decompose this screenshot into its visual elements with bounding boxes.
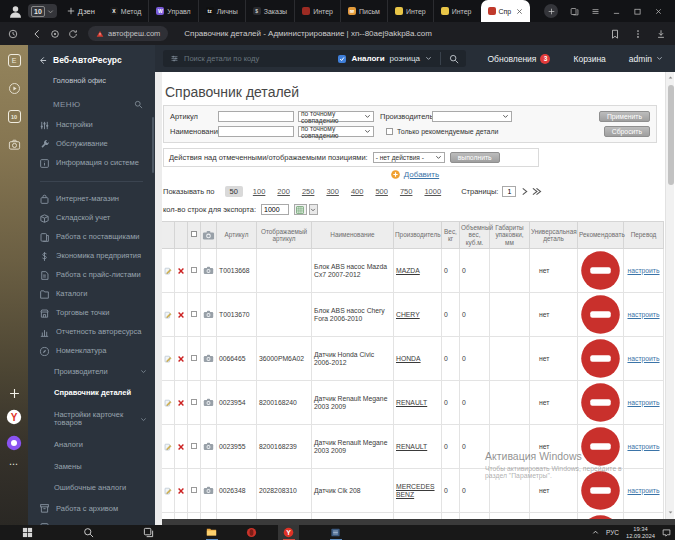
sidebar-item-active[interactable]: Справочник деталей [28, 383, 155, 405]
photo-icon[interactable] [203, 398, 214, 407]
search-input[interactable] [184, 54, 333, 63]
url-bar[interactable]: автофреш.com [88, 26, 168, 41]
delete-icon[interactable] [177, 487, 185, 495]
export-count-input[interactable] [261, 204, 289, 215]
manufacturer-link[interactable]: MAZDA [396, 267, 420, 274]
manufacturer-link[interactable]: CHERY [396, 311, 420, 318]
sidebar-item[interactable]: Интернет-магазин [28, 190, 155, 209]
page-size-selected[interactable]: 50 [225, 186, 243, 197]
red-browser-icon[interactable] [246, 527, 257, 538]
site-mode-icon[interactable] [50, 29, 60, 39]
not-recommended-icon[interactable] [580, 470, 621, 511]
sidebar-item[interactable]: Экспортные функции [28, 518, 155, 525]
photo-icon[interactable] [203, 354, 214, 363]
row-checkbox[interactable] [191, 487, 197, 493]
row-photo-cell[interactable] [201, 381, 217, 425]
translate-configure-link[interactable]: настроить [627, 399, 659, 406]
export-excel-button[interactable] [294, 204, 307, 215]
app-window-icon[interactable] [330, 527, 341, 538]
notifications-icon[interactable] [662, 528, 671, 537]
recommended-checkbox[interactable] [386, 128, 393, 135]
app-brand[interactable]: Веб-АвтоРесурс [28, 55, 155, 65]
not-recommended-icon[interactable] [580, 250, 621, 291]
row-edit-cell[interactable] [162, 469, 175, 513]
office-name[interactable]: Головной офис [53, 76, 155, 85]
delete-icon[interactable] [177, 443, 185, 451]
user-menu[interactable]: admin [629, 54, 663, 64]
manufacturer-link[interactable]: MERCEDES BENZ [396, 483, 435, 497]
analogs-checkbox[interactable] [338, 55, 346, 63]
downloads-icon[interactable] [656, 29, 666, 39]
row-select-cell[interactable] [188, 469, 201, 513]
select-all-header[interactable] [188, 222, 201, 249]
tray-expand-icon[interactable] [592, 529, 599, 536]
manufacturer-link[interactable]: RENAULT [396, 443, 427, 450]
page-size-link[interactable]: 750 [400, 187, 413, 196]
translate-configure-link[interactable]: настроить [627, 267, 659, 274]
sidebar-item[interactable]: Отчетность авторесурса [28, 323, 155, 342]
page-size-link[interactable]: 1000 [424, 187, 441, 196]
manufacturer-select[interactable] [432, 111, 512, 122]
cart-button[interactable]: Корзина [573, 54, 605, 64]
browser-tab[interactable]: ✉Письм [340, 0, 387, 22]
row-edit-cell[interactable] [162, 425, 175, 469]
delete-icon[interactable] [177, 399, 185, 407]
sidebar-item[interactable]: Замены [28, 456, 155, 478]
apply-button[interactable]: Применить [599, 111, 650, 122]
reset-button[interactable]: Сбросить [604, 126, 650, 137]
clock[interactable]: 19:34 12.09.2024 [626, 526, 655, 540]
translate-configure-link[interactable]: настроить [627, 311, 659, 318]
zen-new-tab-button[interactable]: Дзен [67, 7, 95, 16]
back-icon[interactable] [32, 29, 42, 39]
search-icon[interactable] [83, 527, 94, 538]
not-recommended-icon[interactable] [580, 426, 621, 467]
row-photo-cell[interactable] [201, 337, 217, 381]
more-options-icon[interactable] [633, 29, 643, 39]
more-dots-icon[interactable]: ⋯ [9, 461, 19, 467]
yandex-browser-icon[interactable]: Y [6, 409, 22, 425]
sidebar-item[interactable]: Работа с архивом [28, 499, 155, 518]
translate-configure-link[interactable]: настроить [627, 487, 659, 494]
start-icon[interactable] [22, 527, 33, 538]
delete-icon[interactable] [177, 311, 185, 319]
photo-icon[interactable] [203, 266, 214, 275]
row-select-cell[interactable] [188, 425, 201, 469]
search-submit-icon[interactable] [449, 54, 459, 64]
scroll-up-icon[interactable] [668, 75, 673, 80]
search-filter-icon[interactable] [170, 54, 179, 63]
page-size-link[interactable]: 250 [302, 187, 315, 196]
close-window-icon[interactable] [654, 7, 663, 16]
last-page-icon[interactable] [531, 187, 542, 196]
explorer-folder-icon[interactable] [206, 527, 217, 538]
photo-icon[interactable] [203, 310, 214, 319]
browser-tab[interactable]: Интер [433, 0, 479, 22]
menu-search-icon[interactable] [134, 100, 143, 109]
name-match-select[interactable]: по точному совпадению [298, 126, 374, 137]
delete-icon[interactable] [177, 267, 185, 275]
edit-icon[interactable] [164, 267, 172, 275]
row-delete-cell[interactable] [175, 337, 188, 381]
browser-tab[interactable]: tzЛичны [198, 0, 245, 22]
edit-icon[interactable] [164, 399, 172, 407]
row-delete-cell[interactable] [175, 381, 188, 425]
sidebar-item[interactable]: Работа с прайс-листами [28, 266, 155, 285]
sidebar-item[interactable]: Настройки [28, 116, 155, 135]
row-photo-cell[interactable] [201, 249, 217, 293]
reload-icon[interactable] [68, 29, 78, 39]
delete-icon[interactable] [177, 355, 185, 363]
row-photo-cell[interactable] [201, 425, 217, 469]
zen-e-icon[interactable]: E [8, 54, 21, 67]
not-recommended-icon[interactable] [580, 338, 621, 379]
row-edit-cell[interactable] [162, 293, 175, 337]
price-mode-select[interactable]: розница [390, 54, 420, 63]
sidebar-item[interactable]: Производители [28, 361, 155, 383]
export-format-dropdown[interactable] [309, 204, 318, 215]
not-recommended-icon[interactable] [580, 382, 621, 423]
row-delete-cell[interactable] [175, 469, 188, 513]
back-arrow-icon[interactable] [38, 56, 47, 65]
sidebar-scrollbar[interactable] [152, 117, 154, 173]
edit-icon[interactable] [164, 487, 172, 495]
sidebar-item[interactable]: Ошибочные аналоги [28, 478, 155, 500]
row-edit-cell[interactable] [162, 249, 175, 293]
tabs-count-icon[interactable]: 10 [8, 110, 21, 123]
